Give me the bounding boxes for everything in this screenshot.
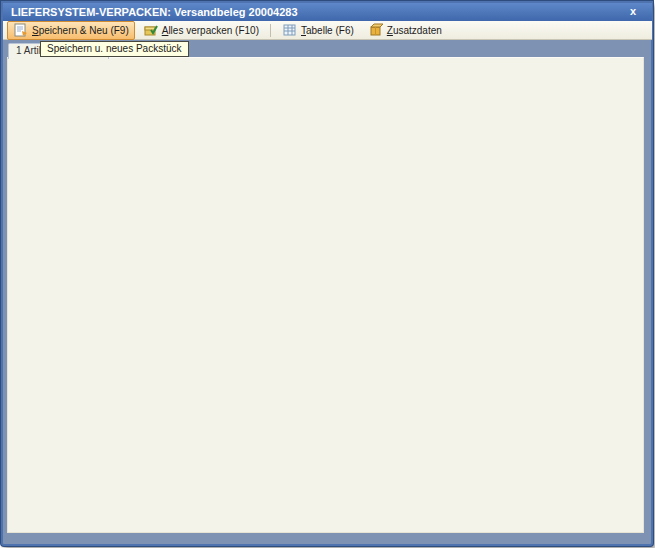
tabelle-label: Tabelle (F6) <box>301 25 354 36</box>
tabelle-button[interactable]: Tabelle (F6) <box>276 21 360 40</box>
alles-verpacken-label: Alles verpacken (F10) <box>162 25 259 36</box>
packing-window: LIEFERSYSTEM-VERPACKEN: Versandbeleg 200… <box>0 0 655 548</box>
title-bar[interactable]: LIEFERSYSTEM-VERPACKEN: Versandbeleg 200… <box>3 3 652 21</box>
alles-verpacken-button[interactable]: Alles verpacken (F10) <box>137 21 265 40</box>
zusatzdaten-button[interactable]: Zusatzdaten <box>362 21 448 40</box>
window-title: LIEFERSYSTEM-VERPACKEN: Versandbeleg 200… <box>11 6 298 18</box>
speichern-neu-button[interactable]: Speichern & Neu (F9) <box>7 21 135 40</box>
zusatzdaten-label: Zusatzdaten <box>387 25 442 36</box>
package-check-icon <box>143 23 158 37</box>
save-new-icon <box>13 23 28 37</box>
table-grid-icon <box>282 23 297 37</box>
close-icon[interactable]: x <box>626 3 640 21</box>
speichern-neu-label: Speichern & Neu (F9) <box>32 25 129 36</box>
toolbar: Speichern & Neu (F9) Alles verpacken (F1… <box>3 21 652 40</box>
package-icon <box>368 23 383 37</box>
tab-content-panel <box>7 57 644 533</box>
tooltip: Speichern u. neues Packstück <box>40 41 189 57</box>
toolbar-separator <box>270 24 271 37</box>
